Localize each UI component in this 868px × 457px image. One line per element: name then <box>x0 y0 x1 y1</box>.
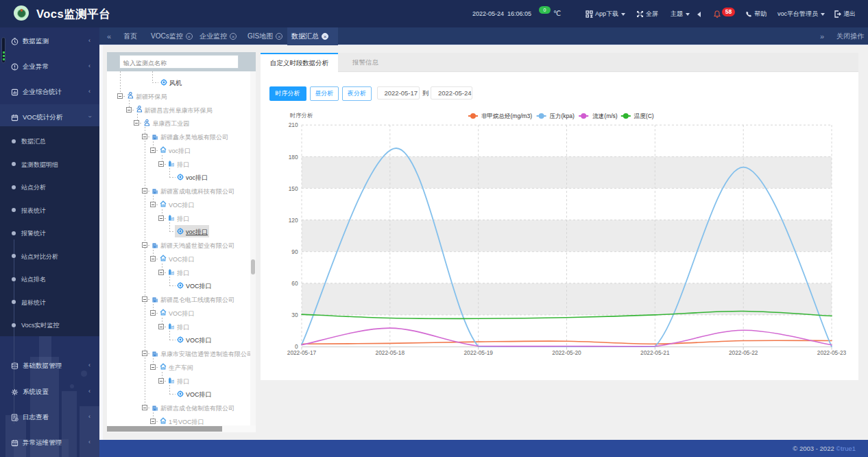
svg-text:210: 210 <box>289 121 298 128</box>
svg-text:非甲烷总烃(mg/m3): 非甲烷总烃(mg/m3) <box>481 113 532 119</box>
svg-text:流速(m/s): 流速(m/s) <box>592 113 618 119</box>
svg-text:120: 120 <box>289 217 298 224</box>
svg-text:压力(kpa): 压力(kpa) <box>550 113 575 119</box>
svg-text:2022-05-21: 2022-05-21 <box>640 349 670 356</box>
svg-text:150: 150 <box>289 185 298 192</box>
svg-text:时序分析: 时序分析 <box>290 112 313 119</box>
svg-text:2022-05-19: 2022-05-19 <box>463 349 493 356</box>
svg-text:2022-05-18: 2022-05-18 <box>376 349 405 356</box>
svg-text:30: 30 <box>291 312 298 318</box>
svg-text:2022-05-17: 2022-05-17 <box>287 349 317 356</box>
svg-text:180: 180 <box>289 154 298 161</box>
svg-text:温度(C): 温度(C) <box>634 113 654 119</box>
svg-text:2022-05-20: 2022-05-20 <box>552 349 581 356</box>
svg-text:60: 60 <box>291 280 298 287</box>
svg-text:90: 90 <box>291 248 298 255</box>
svg-text:2022-05-22: 2022-05-22 <box>729 349 758 356</box>
svg-text:2022-05-23: 2022-05-23 <box>817 349 847 356</box>
